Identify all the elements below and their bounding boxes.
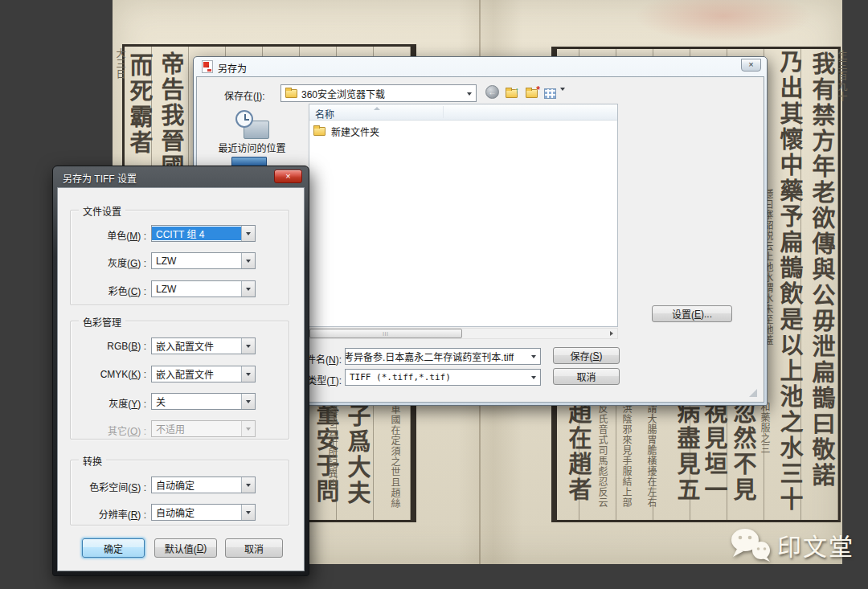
field-label: 单色(M) :: [58, 228, 146, 242]
field-label: RGB(B) :: [58, 341, 146, 352]
screenshot-root: 大三日而死霸者帝告我晉國董安于問韓子云十所記異也子爲大夫車國在定須之世且趙絲趙在…: [0, 0, 868, 589]
save-as-dialog-title: 另存为: [218, 61, 247, 75]
book-text-column: 和藥服之三: [759, 402, 772, 454]
sort-indicator-icon: [374, 104, 380, 110]
defaults-button[interactable]: 默认值(D): [154, 538, 217, 558]
back-button[interactable]: ←: [485, 84, 500, 100]
chevron-down-icon[interactable]: [241, 253, 255, 268]
tiff-button-row: 确定 默认值(D) 取消: [58, 538, 304, 558]
red-seal-stamp: [635, 0, 812, 42]
chevron-down-icon[interactable]: [526, 370, 540, 385]
book-text-column: 乃出其懷中藥予扁鵲飲是以上池之水三十: [774, 50, 806, 513]
group-label: 色彩管理: [79, 315, 125, 329]
chevron-down-icon[interactable]: [241, 477, 255, 493]
book-text-column: 生三百九十: [836, 50, 849, 102]
chevron-down-icon[interactable]: [462, 85, 476, 101]
field-label: 分辨率(R) :: [58, 507, 146, 521]
chevron-down-icon[interactable]: [241, 226, 255, 241]
book-text-column: 車國在定須之世且趙絲: [389, 404, 402, 509]
sidebar-item-recent-places[interactable]: 最近访问的位置: [198, 141, 306, 154]
settings-row-灰度: 灰度(Y) :关: [58, 393, 304, 411]
settings-row-CMYK: CMYK(K) :嵌入配置文件: [58, 366, 304, 383]
new-folder-icon: *: [526, 89, 538, 98]
cancel-button[interactable]: 取消: [225, 538, 283, 558]
file-list[interactable]: 名称 新建文件夹: [309, 104, 618, 327]
column-divider: [443, 106, 444, 118]
dropdown-RGB[interactable]: 嵌入配置文件: [151, 337, 256, 354]
book-text-column: 韓子云十所記異也: [326, 406, 339, 489]
save-in-dropdown[interactable]: 360安全浏览器下载: [280, 84, 477, 102]
file-type-dropdown[interactable]: TIFF (*.tiff,*.tif): [345, 369, 541, 386]
settings-row-彩色: 彩色(C) :LZW: [58, 280, 304, 298]
dropdown-value: 不适用: [152, 422, 241, 436]
acrobat-document-icon: [202, 60, 213, 73]
chevron-down-icon[interactable]: [241, 338, 255, 354]
new-folder-button[interactable]: *: [524, 86, 539, 101]
settings-button[interactable]: 设置(E)...: [652, 305, 732, 322]
wechat-icon: [730, 527, 772, 562]
list-item-folder[interactable]: 新建文件夹: [309, 124, 379, 138]
field-label: 灰度(Y) :: [58, 396, 146, 410]
up-folder-icon: ↑: [506, 89, 518, 98]
dropdown-value: 嵌入配置文件: [152, 367, 241, 381]
book-text-column: 而死霸者: [124, 53, 156, 156]
folder-icon: [313, 127, 326, 136]
field-label: CMYK(K) :: [58, 369, 146, 380]
save-in-label: 保存在(I):: [224, 88, 265, 102]
dropdown-value: LZW: [152, 284, 241, 295]
group-label: 文件设置: [79, 204, 125, 218]
dropdown-灰度[interactable]: 关: [151, 393, 256, 410]
save-in-value: 360安全浏览器下载: [297, 87, 462, 100]
settings-row-单色: 单色(M) :CCITT 组 4: [58, 225, 304, 243]
chevron-down-icon[interactable]: [241, 505, 255, 520]
up-one-level-button[interactable]: ↑: [504, 86, 519, 101]
list-header[interactable]: 名称: [309, 104, 617, 121]
horizontal-scrollbar[interactable]: |||: [309, 328, 618, 339]
book-text-column: 洪陰邪來見手服結上部: [620, 403, 633, 508]
book-text-column: 子爲大夫: [342, 403, 374, 506]
dropdown-分辨率[interactable]: 自动确定: [151, 504, 256, 521]
folder-icon: [285, 89, 297, 98]
cancel-button[interactable]: 取消: [553, 368, 620, 385]
recent-places-icon[interactable]: [234, 108, 271, 139]
dropdown-灰度[interactable]: LZW: [151, 252, 256, 269]
dropdown-色彩空间[interactable]: 自动确定: [151, 477, 256, 493]
filename-input[interactable]: 考异备参.日本嘉永二年存诚药室刊本.tiff: [345, 348, 541, 365]
close-icon[interactable]: ×: [741, 59, 761, 72]
settings-row-色彩空间: 色彩空间(S) :自动确定: [58, 477, 304, 494]
dropdown-CMYK[interactable]: 嵌入配置文件: [151, 366, 256, 382]
view-menu-button[interactable]: [542, 86, 558, 101]
save-button[interactable]: 保存(S): [553, 347, 620, 364]
scroll-right-arrow[interactable]: [606, 329, 616, 338]
book-text-column: 反氏音式司馬彪忍反云: [596, 403, 609, 508]
dropdown-value: 自动确定: [152, 478, 241, 492]
tiff-settings-dialog: 另存为 TIFF 设置 × 文件设置 色彩管理 转换 确定 默认值(D) 取消 …: [52, 166, 309, 576]
dropdown-value: 嵌入配置文件: [152, 339, 241, 353]
dropdown-value: 自动确定: [152, 505, 241, 519]
filename-value[interactable]: 考异备参.日本嘉永二年存诚药室刊本.tiff: [346, 350, 526, 363]
field-label: 色彩空间(S) :: [58, 480, 146, 493]
scrollbar-thumb[interactable]: |||: [309, 329, 462, 338]
field-label: 其它(O) :: [58, 423, 146, 437]
watermark-text: 印文堂: [777, 527, 854, 562]
chevron-down-icon[interactable]: [241, 366, 255, 382]
back-icon: ←: [485, 85, 499, 99]
settings-row-其它: 其它(O) :不适用: [58, 420, 304, 438]
name-column-header[interactable]: 名称: [315, 107, 334, 121]
dropdown-单色[interactable]: CCITT 组 4: [151, 225, 256, 242]
field-label: 灰度(G) :: [58, 256, 146, 269]
book-text-column: 忽然不見: [727, 400, 760, 503]
ok-button[interactable]: 确定: [82, 538, 145, 558]
book-text-column: 我有禁方年老欲傳與公毋泄扁鵲曰敬諾: [806, 51, 838, 489]
list-item-label: 新建文件夹: [331, 125, 379, 138]
chevron-down-icon[interactable]: [241, 281, 255, 297]
dropdown-彩色[interactable]: LZW: [151, 280, 256, 297]
wechat-watermark: 印文堂: [730, 527, 854, 562]
field-label: 彩色(C) :: [58, 284, 146, 297]
chevron-down-icon[interactable]: [241, 394, 255, 409]
chevron-down-icon: [241, 421, 255, 436]
close-icon[interactable]: ×: [274, 170, 302, 183]
dropdown-value: CCITT 组 4: [152, 227, 241, 240]
chevron-down-icon[interactable]: [526, 349, 540, 364]
resize-grip[interactable]: [749, 389, 757, 397]
